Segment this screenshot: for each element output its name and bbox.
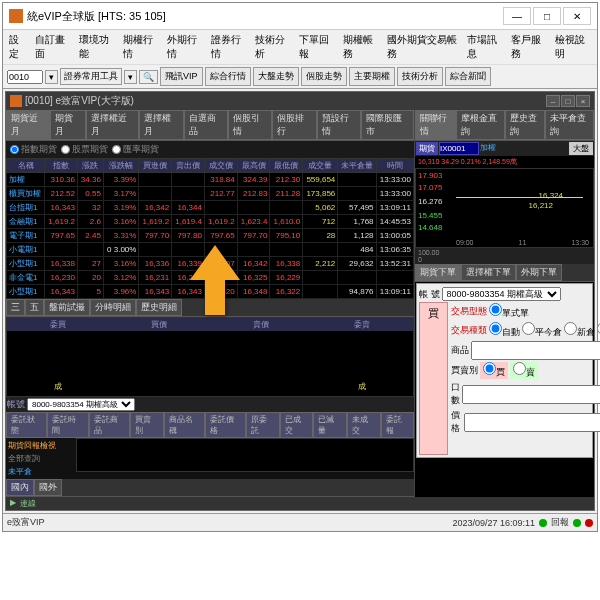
- minimize-button[interactable]: —: [503, 7, 531, 25]
- tab[interactable]: 自選商品: [184, 110, 228, 140]
- toolbar-btn[interactable]: 綜合新聞: [445, 67, 491, 86]
- menu-item[interactable]: 技術分析: [255, 33, 291, 61]
- toolbar-btn[interactable]: 個股走勢: [301, 67, 347, 86]
- mid-tab[interactable]: 歷史明細: [136, 299, 182, 316]
- menu-item[interactable]: 設定: [9, 33, 27, 61]
- status-left: e致富VIP: [7, 516, 45, 529]
- tab[interactable]: 國際股匯市: [361, 110, 414, 140]
- symbol-input[interactable]: [439, 142, 479, 155]
- bot-tab[interactable]: 已減量: [313, 412, 347, 438]
- toolbar-btn[interactable]: 技術分析: [397, 67, 443, 86]
- qty-input[interactable]: [462, 385, 600, 404]
- chart-topline: 16,310 34.29 0.21% 2,148.59萬: [415, 156, 594, 168]
- table-row[interactable]: 小型期116,34353.96%16,34316,34316,32016,348…: [7, 285, 414, 299]
- radio-index-futures[interactable]: 指數期貨: [10, 143, 57, 156]
- bot-tab[interactable]: 商品名稱: [164, 412, 205, 438]
- table-row[interactable]: 小型期116,338273.16%16,33616,33916,30716,34…: [7, 257, 414, 271]
- bot-tab[interactable]: 委託價格: [205, 412, 246, 438]
- quote-grid: 名稱指數漲跌漲跌幅買進價賣出價成交價最高價最低價成交量未平倉量時間 加權310.…: [6, 158, 414, 299]
- region-tab[interactable]: 國外: [34, 479, 62, 496]
- dropdown-icon[interactable]: ▾: [124, 70, 137, 84]
- order-account[interactable]: 8000-9803354 期權高級: [442, 287, 561, 301]
- rtab[interactable]: 摩根金直詢: [456, 110, 505, 140]
- radio-fx-futures[interactable]: 匯率期貨: [112, 143, 159, 156]
- close-button[interactable]: ✕: [563, 7, 591, 25]
- bot-tab[interactable]: 委託商品: [89, 412, 130, 438]
- panel-min-icon[interactable]: –: [546, 95, 560, 107]
- acct-label: 帳號: [7, 398, 25, 411]
- table-row[interactable]: 櫃買加權212.520.553.17%212.77212.83211.28173…: [7, 187, 414, 201]
- tab[interactable]: 選擇權月: [139, 110, 183, 140]
- tab[interactable]: 個股排行: [272, 110, 316, 140]
- price-input[interactable]: [464, 413, 600, 432]
- order-tab[interactable]: 選擇權下單: [461, 264, 516, 281]
- tab[interactable]: 選擇權近月: [86, 110, 139, 140]
- window-title: 統eVIP全球版 [HTS: 35 105]: [27, 9, 503, 24]
- status-dot-icon: [539, 519, 547, 527]
- bot-tab[interactable]: 未成交: [347, 412, 381, 438]
- radio-stock-futures[interactable]: 股票期貨: [61, 143, 108, 156]
- bot-tab[interactable]: 委託時間: [47, 412, 88, 438]
- bot-tab[interactable]: 買賣別: [130, 412, 164, 438]
- dropdown-icon[interactable]: ▾: [45, 70, 58, 84]
- maximize-button[interactable]: □: [533, 7, 561, 25]
- table-row[interactable]: 小電期10 3.00%48413:06:35: [7, 243, 414, 257]
- menu-item[interactable]: 客戶服務: [511, 33, 547, 61]
- order-panel: 帳 號8000-9803354 期權高級 買 交易型態單式單 交易種類 自動 平…: [416, 283, 593, 458]
- code-input[interactable]: [7, 70, 43, 84]
- menu-item[interactable]: 期權行情: [123, 33, 159, 61]
- toolbar-btn[interactable]: 飛訊VIP: [160, 67, 203, 86]
- rtab[interactable]: 關聯行情: [415, 110, 456, 140]
- status-dot-icon: [585, 519, 593, 527]
- toolbar-btn[interactable]: 大盤走勢: [253, 67, 299, 86]
- toolbar-btn[interactable]: 綜合行情: [205, 67, 251, 86]
- bot-tab[interactable]: 已成交: [280, 412, 314, 438]
- table-row[interactable]: 電子期1797.652.453.31%797.70797.80797.65797…: [7, 229, 414, 243]
- side-tab[interactable]: 期貨回報檢視: [8, 440, 74, 451]
- mid-tab[interactable]: 分時明細: [90, 299, 136, 316]
- table-row[interactable]: 台指期116,343323.19%16,34216,3445,06257,495…: [7, 201, 414, 215]
- buy-button[interactable]: 買: [419, 302, 448, 455]
- tab-futures-near[interactable]: 期貨近月: [6, 110, 50, 140]
- product-input[interactable]: [471, 341, 600, 360]
- mid-tab[interactable]: 五: [25, 299, 44, 316]
- tab[interactable]: 預設行情: [317, 110, 361, 140]
- big-button[interactable]: 大盤: [569, 142, 593, 155]
- tab[interactable]: 個股引情: [228, 110, 272, 140]
- panel-title: [0010] e致富VIP(大字版): [25, 94, 134, 108]
- rtab[interactable]: 未平倉查詢: [545, 110, 594, 140]
- menu-item[interactable]: 自訂畫面: [35, 33, 71, 61]
- table-row[interactable]: 非金電116,230203.12%16,23116,23516,31016,32…: [7, 271, 414, 285]
- search-icon[interactable]: 🔍: [139, 70, 158, 84]
- panel-max-icon[interactable]: □: [561, 95, 575, 107]
- menu-item[interactable]: 外期行情: [167, 33, 203, 61]
- bot-tab[interactable]: 委託狀態: [6, 412, 47, 438]
- panel-close-icon[interactable]: ×: [576, 95, 590, 107]
- bot-tab[interactable]: 原委託: [246, 412, 280, 438]
- table-row[interactable]: 金融期11,619.22.63.16%1,619.21,619.41,619.2…: [7, 215, 414, 229]
- panel-icon: [10, 95, 22, 107]
- tab[interactable]: 期貨月: [50, 110, 86, 140]
- bot-tab[interactable]: 委託報: [381, 412, 415, 438]
- order-tab[interactable]: 期貨下單: [415, 264, 461, 281]
- tool-combo[interactable]: 證券常用工具: [60, 68, 122, 85]
- menu-item[interactable]: 證券行情: [211, 33, 247, 61]
- menu-item[interactable]: 環境功能: [79, 33, 115, 61]
- menu-item[interactable]: 期權帳務: [343, 33, 379, 61]
- menu-item[interactable]: 市場訊息: [467, 33, 503, 61]
- menu-item[interactable]: 下單回報: [299, 33, 335, 61]
- region-tab[interactable]: 國內: [6, 479, 34, 496]
- status-datetime: 2023/09/27 16:09:11: [452, 518, 535, 528]
- order-tab[interactable]: 外期下單: [516, 264, 562, 281]
- menubar: 設定 自訂畫面 環境功能 期權行情 外期行情 證券行情 技術分析 下單回報 期權…: [3, 30, 597, 64]
- toolbar-btn[interactable]: 主要期權: [349, 67, 395, 86]
- price-chart: 17.903 17.075 16.276 15.455 14.648 16,32…: [415, 168, 594, 248]
- mid-tab[interactable]: 三: [6, 299, 25, 316]
- menu-item[interactable]: 檢視說明: [555, 33, 591, 61]
- account-select[interactable]: 8000-9803354 期權高級: [27, 398, 135, 411]
- mid-tab[interactable]: 盤前試撮: [44, 299, 90, 316]
- rtab[interactable]: 歷史查詢: [505, 110, 546, 140]
- table-row[interactable]: 加權310.3634.363.39%318.84324.39212.30559,…: [7, 173, 414, 187]
- menu-item[interactable]: 國外期貨交易帳務: [387, 33, 459, 61]
- app-icon: [9, 9, 23, 23]
